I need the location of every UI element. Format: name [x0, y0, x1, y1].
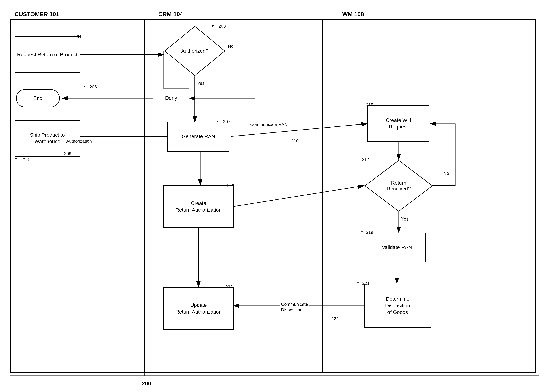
ref-221: 221 [362, 281, 370, 286]
ref-bracket-205: ⌐ [84, 84, 87, 89]
svg-line-23 [233, 186, 364, 207]
ref-223: 223 [225, 284, 233, 290]
customer-lane-header: CUSTOMER 101 [14, 11, 59, 18]
ref-bracket-215: ⌐ [361, 102, 363, 107]
yes-label-1: Yes [197, 81, 205, 86]
ref-bracket-222: ⌐ [326, 315, 328, 321]
ref-201: 201 [74, 34, 82, 39]
no-label-2: No [443, 171, 450, 176]
return-received-diamond: ReturnReceived? [364, 159, 433, 212]
ref-215: 215 [366, 102, 373, 108]
ref-222-label: 222 [331, 316, 339, 321]
main-svg [0, 0, 552, 392]
authorization-label: Authorization [65, 139, 92, 144]
update-return-auth-box: UpdateReturn Authorization [163, 287, 234, 330]
diagram-label: 200 [142, 380, 151, 386]
ref-bracket-213: ⌐ [14, 156, 17, 161]
deny-box: Deny [153, 89, 189, 107]
ref-217: 217 [362, 157, 369, 162]
no-label-1: No [227, 44, 234, 49]
create-wh-request-box: Create WHRequest [367, 105, 429, 142]
ref-209-label: 209 [64, 151, 71, 156]
authorized-diamond: Authorized? [164, 26, 226, 77]
end-node: End [16, 89, 60, 107]
ref-207: 207 [223, 119, 230, 124]
communicate-ran-label: Communicate RAN [249, 122, 288, 127]
determine-disposition-box: DetermineDispositionof Goods [364, 284, 431, 328]
ref-211: 211 [227, 183, 234, 188]
wm-lane-header: WM 108 [342, 11, 364, 18]
create-return-auth-box: CreateReturn Authorization [163, 185, 234, 228]
ref-bracket-201: ⌐ [66, 36, 69, 41]
ref-bracket-219: ⌐ [361, 229, 363, 234]
request-return-box: Request Return of Product [14, 36, 80, 73]
ref-bracket-209: ⌐ [59, 150, 61, 155]
ref-bracket-217: ⌐ [356, 156, 359, 161]
ref-bracket-211: ⌐ [221, 182, 224, 187]
ref-219: 219 [366, 230, 373, 235]
ref-bracket-221: ⌐ [357, 280, 359, 285]
generate-ran-box: Generate RAN [168, 122, 229, 152]
ref-bracket-203: ⌐ [212, 23, 215, 28]
ref-203: 203 [219, 24, 226, 29]
validate-ran-box: Validate RAN [368, 233, 426, 262]
ref-213: 213 [21, 157, 29, 162]
ref-210-label: 210 [291, 138, 298, 143]
diagram-container: CUSTOMER 101 CRM 104 WM 108 Request Retu… [0, 0, 552, 392]
communicate-disposition-label: CommunicateDisposition [280, 301, 309, 313]
yes-label-2: Yes [401, 217, 409, 222]
ref-bracket-223: ⌐ [219, 284, 222, 289]
crm-lane-header: CRM 104 [158, 11, 183, 18]
ref-bracket-207: ⌐ [217, 119, 219, 124]
arrows-svg [0, 0, 552, 392]
ref-205-label: 205 [90, 84, 97, 90]
ref-bracket-210: ⌐ [286, 138, 288, 143]
